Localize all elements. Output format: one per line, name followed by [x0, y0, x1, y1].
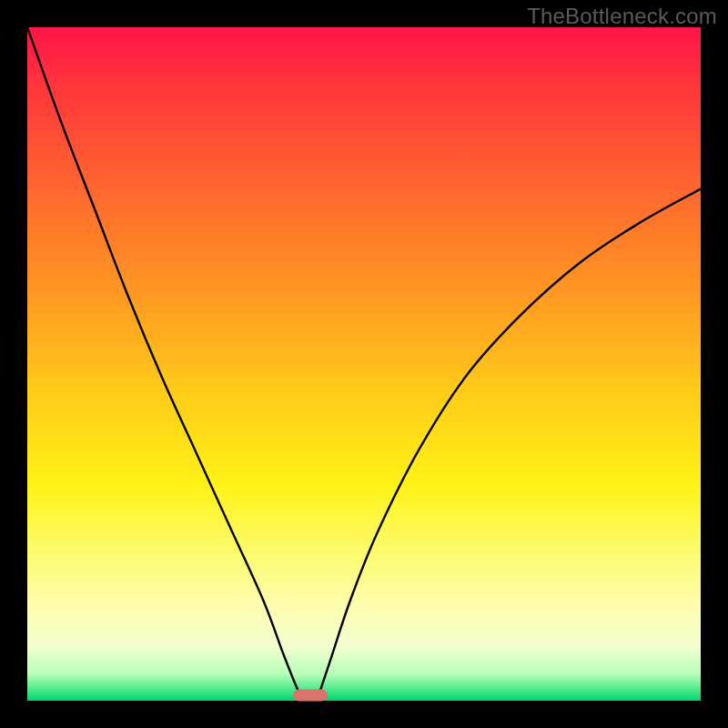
curve-layer: [27, 27, 701, 701]
watermark-text: TheBottleneck.com: [527, 4, 717, 29]
bottleneck-marker: [293, 690, 328, 702]
chart-frame: TheBottleneck.com: [0, 0, 728, 728]
right-curve: [317, 189, 701, 701]
left-curve: [27, 27, 303, 701]
